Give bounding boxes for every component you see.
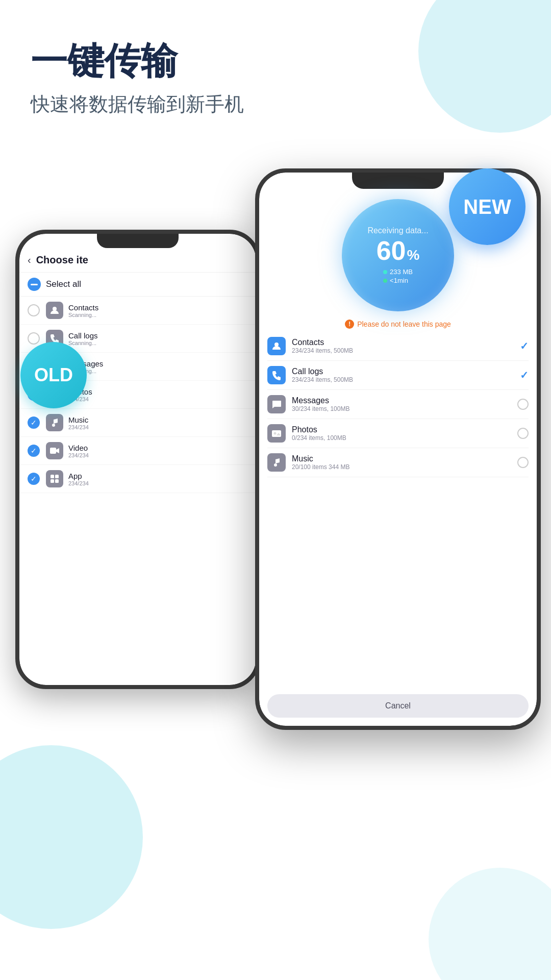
progress-info: 233 MB <1min [383, 268, 413, 284]
phone-new-screen: Receiving data... 60 % 233 MB <1min [259, 173, 537, 726]
phone-new: Receiving data... 60 % 233 MB <1min [255, 168, 541, 730]
warning-icon: ! [345, 320, 354, 329]
old-item-name: Video [68, 444, 248, 452]
old-item-sub: 234/234 [68, 480, 248, 486]
progress-symbol: % [407, 247, 419, 263]
progress-percent: 60 [377, 237, 406, 264]
new-item-info: Music 20/100 items 344 MB [292, 454, 517, 471]
new-item-sub: 20/100 items 344 MB [292, 463, 517, 471]
phone-old: ‹ Choose ite Select all Contacts Scannin… [15, 230, 260, 689]
new-list-item[interactable]: Messages 30/234 items, 100MB [267, 390, 529, 419]
svg-rect-9 [272, 430, 281, 437]
new-item-info: Photos 0/234 items, 100MB [292, 425, 517, 442]
new-item-name: Music [292, 454, 517, 463]
radio-empty [28, 332, 40, 345]
new-item-name: Messages [292, 396, 517, 405]
old-item-sub: 234/234 [68, 452, 248, 458]
new-item-info: Contacts 234/234 items, 500MB [292, 338, 520, 354]
old-list-item[interactable]: Contacts Scanning... [19, 297, 256, 325]
choose-items-title: Choose ite [36, 254, 88, 266]
old-item-icon [46, 470, 63, 487]
svg-rect-5 [55, 475, 59, 478]
radio-checked: ✓ [28, 473, 40, 485]
old-list-item[interactable]: ✓ Music 234/234 [19, 409, 256, 437]
new-list-item[interactable]: Music 20/100 items 344 MB [267, 448, 529, 477]
back-arrow-icon[interactable]: ‹ [28, 254, 31, 266]
old-item-info: Music 234/234 [68, 415, 248, 430]
svg-rect-4 [51, 475, 54, 478]
new-item-sub: 30/234 items, 100MB [292, 405, 517, 412]
new-item-icon [267, 337, 286, 355]
old-item-info: Contacts Scanning... [68, 303, 248, 318]
badge-new: NEW [449, 168, 525, 245]
select-all-icon [28, 278, 41, 291]
new-item-name: Photos [292, 425, 517, 434]
old-item-icon [46, 442, 63, 459]
app-subtitle: 快速将数据传输到新手机 [31, 91, 244, 117]
new-item-icon [267, 395, 286, 413]
bg-decoration-top-right [418, 0, 551, 133]
old-item-name: Photos [68, 387, 248, 396]
old-item-sub: Scanning... [68, 368, 248, 374]
svg-point-8 [274, 342, 279, 347]
progress-label: Receiving data... [367, 226, 428, 235]
svg-rect-7 [55, 479, 59, 483]
new-item-sub: 0/234 items, 100MB [292, 434, 517, 442]
new-item-icon [267, 424, 286, 443]
phone-old-screen: ‹ Choose ite Select all Contacts Scannin… [19, 234, 256, 685]
check-mark-icon: ✓ [520, 369, 529, 381]
old-item-icon [46, 302, 63, 319]
old-phone-header: ‹ Choose ite [19, 248, 256, 273]
old-item-name: Contacts [68, 303, 248, 312]
radio-checked: ✓ [28, 445, 40, 457]
app-title: 一键传输 [31, 41, 244, 81]
new-item-info: Messages 30/234 items, 100MB [292, 396, 517, 412]
new-item-sub: 234/234 items, 500MB [292, 347, 520, 354]
check-mark-icon: ✓ [520, 340, 529, 352]
progress-size: 233 MB [383, 268, 413, 276]
svg-point-10 [274, 432, 277, 435]
new-list-item[interactable]: Contacts 234/234 items, 500MB ✓ [267, 332, 529, 361]
old-item-name: Music [68, 415, 248, 424]
svg-rect-3 [50, 448, 56, 454]
radio-empty [28, 304, 40, 316]
unchecked-circle [517, 399, 529, 410]
cancel-button[interactable]: Cancel [267, 694, 529, 718]
unchecked-circle [517, 428, 529, 439]
old-item-info: Messages Scanning... [68, 359, 248, 374]
old-item-icon [46, 414, 63, 431]
new-item-sub: 234/234 items, 500MB [292, 376, 520, 383]
old-list-item[interactable]: ✓ Video 234/234 [19, 437, 256, 465]
old-item-info: Call logs Scanning... [68, 331, 248, 346]
old-item-sub: Scanning... [68, 312, 248, 318]
old-item-info: App 234/234 [68, 472, 248, 486]
new-list-item[interactable]: Photos 0/234 items, 100MB [267, 419, 529, 448]
warning-text: ! Please do not leave this page [259, 316, 537, 332]
select-all-label: Select all [46, 279, 81, 289]
old-list-item[interactable]: ✓ App 234/234 [19, 465, 256, 493]
old-notch [97, 234, 179, 248]
svg-rect-6 [51, 479, 54, 483]
old-item-info: Video 234/234 [68, 444, 248, 458]
old-item-sub: 234/234 [68, 396, 248, 402]
phones-container: OLD ‹ Choose ite Select all [0, 168, 551, 944]
unchecked-circle [517, 457, 529, 468]
badge-old: OLD [20, 342, 87, 408]
new-item-icon [267, 366, 286, 384]
new-item-info: Call logs 234/234 items, 500MB [292, 367, 520, 383]
progress-time: <1min [383, 277, 413, 284]
new-items-list: Contacts 234/234 items, 500MB ✓ Call log… [259, 332, 537, 690]
new-item-icon [267, 453, 286, 472]
old-item-info: Photos 234/234 [68, 387, 248, 402]
new-list-item[interactable]: Call logs 234/234 items, 500MB ✓ [267, 361, 529, 390]
old-item-name: Messages [68, 359, 248, 368]
select-all-row[interactable]: Select all [19, 273, 256, 297]
new-notch [352, 173, 444, 189]
old-item-name: Call logs [68, 331, 248, 340]
svg-point-0 [53, 307, 57, 311]
old-item-sub: Scanning... [68, 340, 248, 346]
old-item-sub: 234/234 [68, 424, 248, 430]
radio-checked: ✓ [28, 416, 40, 429]
new-item-name: Call logs [292, 367, 520, 376]
old-item-name: App [68, 472, 248, 480]
